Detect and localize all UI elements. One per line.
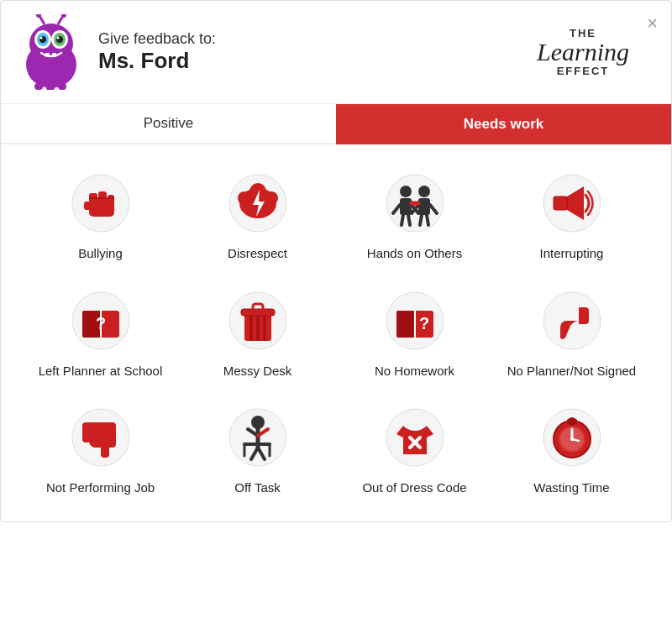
- svg-line-37: [402, 215, 403, 225]
- monster-mascot: [18, 14, 85, 90]
- svg-rect-17: [46, 85, 55, 90]
- feedback-item-messy-desk[interactable]: Messy Desk: [183, 279, 332, 388]
- off-task-label: Off Task: [234, 479, 280, 496]
- feedback-item-disrespect[interactable]: Disrespect: [183, 161, 332, 270]
- feedback-item-no-homework[interactable]: ? No Homework: [340, 279, 489, 388]
- svg-rect-67: [579, 307, 589, 324]
- feedback-item-off-task[interactable]: Off Task: [183, 395, 332, 505]
- dress-code-icon: [381, 404, 449, 471]
- feedback-item-left-planner[interactable]: ? Left Planner at School: [26, 279, 175, 388]
- not-performing-label: Not Performing Job: [46, 479, 155, 496]
- close-button[interactable]: ×: [647, 14, 658, 33]
- feedback-item-not-performing[interactable]: Not Performing Job: [26, 395, 175, 505]
- messy-desk-label: Messy Desk: [223, 363, 292, 380]
- main-container: Give feedback to: Ms. Ford THE Learning …: [0, 0, 672, 522]
- feedback-grid: Bullying Disrespect: [1, 144, 671, 521]
- tab-needs-work[interactable]: Needs work: [336, 104, 671, 144]
- wasting-time-icon: [538, 404, 606, 471]
- disrespect-icon: [224, 170, 291, 237]
- no-planner-icon: [538, 287, 606, 354]
- logo-effect: EFFECT: [537, 65, 629, 77]
- svg-rect-23: [108, 195, 114, 205]
- bullying-icon: [67, 170, 134, 237]
- svg-rect-15: [52, 53, 56, 57]
- svg-point-29: [265, 191, 278, 205]
- svg-text:?: ?: [95, 314, 105, 333]
- svg-text:?: ?: [418, 314, 428, 333]
- feedback-item-hands-on-others[interactable]: Hands on Others: [340, 161, 489, 270]
- svg-point-9: [57, 37, 60, 39]
- svg-rect-69: [82, 422, 91, 443]
- svg-point-90: [570, 437, 574, 441]
- svg-rect-63: [396, 311, 415, 338]
- interrupting-label: Interrupting: [540, 245, 604, 262]
- svg-rect-22: [98, 191, 107, 203]
- svg-line-38: [408, 215, 410, 225]
- hands-on-others-label: Hands on Others: [367, 245, 462, 262]
- svg-point-92: [568, 417, 576, 426]
- svg-rect-40: [418, 198, 430, 215]
- svg-rect-34: [400, 198, 412, 215]
- left-planner-icon: ?: [67, 287, 134, 354]
- svg-line-10: [39, 16, 45, 24]
- teacher-name: Ms. Ford: [98, 48, 537, 74]
- feedback-item-dress-code[interactable]: Out of Dress Code: [340, 395, 489, 505]
- disrespect-label: Disrespect: [228, 245, 287, 262]
- header: Give feedback to: Ms. Ford THE Learning …: [1, 1, 671, 104]
- svg-rect-24: [84, 202, 92, 210]
- svg-point-8: [40, 37, 43, 39]
- no-homework-label: No Homework: [375, 363, 454, 380]
- left-planner-label: Left Planner at School: [39, 363, 163, 380]
- not-performing-icon: [67, 404, 134, 471]
- off-task-icon: [224, 404, 291, 471]
- interrupting-icon: [538, 170, 606, 237]
- svg-line-12: [58, 16, 63, 24]
- wasting-time-label: Wasting Time: [533, 479, 609, 496]
- bullying-label: Bullying: [78, 245, 123, 262]
- svg-line-43: [420, 215, 422, 225]
- header-text: Give feedback to: Ms. Ford: [98, 30, 537, 74]
- messy-desk-icon: [224, 287, 291, 354]
- feedback-item-wasting-time[interactable]: Wasting Time: [497, 395, 646, 505]
- svg-rect-16: [34, 83, 43, 90]
- hands-on-others-icon: [381, 170, 449, 237]
- svg-point-33: [400, 186, 412, 197]
- dress-code-label: Out of Dress Code: [362, 479, 466, 496]
- tab-bar: Positive Needs work: [1, 104, 671, 144]
- feedback-item-no-planner[interactable]: No Planner/Not Signed: [497, 279, 646, 388]
- svg-rect-14: [45, 53, 50, 57]
- no-planner-label: No Planner/Not Signed: [507, 363, 636, 380]
- logo: THE Learning EFFECT: [537, 27, 629, 77]
- feedback-prefix: Give feedback to:: [98, 30, 537, 48]
- svg-rect-48: [554, 196, 567, 210]
- svg-point-28: [238, 191, 251, 205]
- feedback-item-interrupting[interactable]: Interrupting: [497, 161, 646, 270]
- svg-line-44: [427, 215, 428, 225]
- logo-learning: Learning: [537, 39, 629, 65]
- tab-positive[interactable]: Positive: [1, 104, 336, 144]
- svg-point-39: [418, 186, 430, 197]
- no-homework-icon: ?: [381, 287, 449, 354]
- svg-rect-18: [58, 83, 66, 90]
- feedback-item-bullying[interactable]: Bullying: [26, 161, 175, 270]
